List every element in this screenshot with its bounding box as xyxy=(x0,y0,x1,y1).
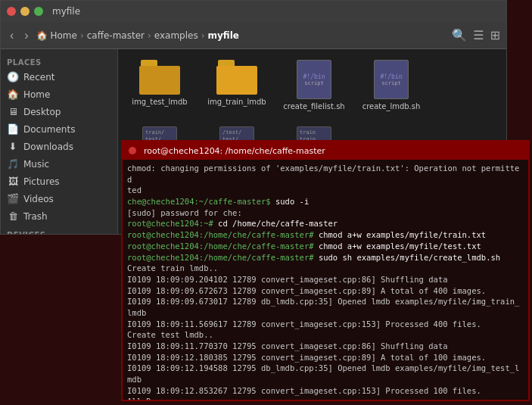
terminal-line: che@cheche1204:~/caffe-master$ sudo -i xyxy=(127,196,524,207)
terminal-line: I0109 18:09:12.853267 12795 convert_imag… xyxy=(127,385,524,397)
grid-icon[interactable]: ⊞ xyxy=(490,28,500,42)
sidebar-label-pictures: Pictures xyxy=(23,176,60,187)
close-button[interactable] xyxy=(7,7,16,16)
terminal-line: root@cheche1204:/home/che/caffe-master# … xyxy=(127,252,524,263)
sidebar-item-videos[interactable]: 🎬 Videos xyxy=(1,190,117,207)
folder-icon xyxy=(139,60,180,95)
terminal-line: [sudo] password for che: xyxy=(127,207,524,219)
documents-icon: 📄 xyxy=(7,123,19,135)
sidebar-label-recent: Recent xyxy=(23,72,54,83)
sh-file-icon: #!/bin script xyxy=(297,60,331,99)
devices-heading: Devices xyxy=(1,228,117,234)
toolbar-actions: 🔍 ☰ ⊞ xyxy=(452,28,500,42)
terminal-line: ted xyxy=(127,185,524,196)
sidebar-label-downloads: Downloads xyxy=(23,142,73,152)
home-icon: 🏠 xyxy=(7,89,19,100)
terminal-line: I0109 18:09:09.673017 12789 db_lmdb.cpp:… xyxy=(127,296,524,318)
sidebar-label-videos: Videos xyxy=(23,194,54,204)
places-heading: Places xyxy=(1,55,117,68)
file-item-create-lmdb[interactable]: #!/bin script create_lmdb.sh xyxy=(357,57,425,114)
sidebar-label-documents: Documents xyxy=(23,124,75,135)
breadcrumb-home[interactable]: 🏠 Home xyxy=(36,30,77,41)
file-name: img_test_lmdb xyxy=(132,98,187,107)
breadcrumb-examples[interactable]: examples xyxy=(154,30,198,41)
downloads-icon: ⬇ xyxy=(7,141,19,152)
sh-file-icon: #!/bin script xyxy=(374,60,409,99)
sidebar-label-trash: Trash xyxy=(23,211,48,222)
file-item-img-train-lmdb[interactable]: img_train_lmdb xyxy=(203,57,271,114)
terminal-body[interactable]: chmod: changing permissions of 'examples… xyxy=(123,160,528,400)
terminal-line: root@cheche1204:~# cd /home/che/caffe-ma… xyxy=(127,218,524,229)
terminal-line: root@cheche1204:/home/che/caffe-master# … xyxy=(127,241,524,252)
window-title: myfile xyxy=(52,6,80,17)
sidebar-item-music[interactable]: 🎵 Music xyxy=(1,155,117,173)
folder-icon xyxy=(216,60,257,95)
file-name: create_lmdb.sh xyxy=(362,102,421,111)
terminal-title: root@cheche1204: /home/che/caffe-master xyxy=(144,146,325,156)
sidebar-label-home: Home xyxy=(23,89,50,100)
terminal-line: root@cheche1204:/home/che/caffe-master# … xyxy=(127,229,524,241)
terminal-line: I0109 18:09:09.204102 12789 convert_imag… xyxy=(127,274,524,285)
terminal-line: Create test lmdb.. xyxy=(127,329,524,341)
sidebar-label-desktop: Desktop xyxy=(23,107,61,117)
breadcrumb-caffe[interactable]: caffe-master xyxy=(87,30,145,41)
sidebar-section-devices: Devices 💻 Computer xyxy=(1,228,117,234)
terminal-line: I0109 18:09:12.194588 12795 db_lmdb.cpp:… xyxy=(127,363,524,385)
sidebar-item-recent[interactable]: 🕐 Recent xyxy=(1,68,117,86)
file-item-img-test-lmdb[interactable]: img_test_lmdb xyxy=(126,57,194,114)
sidebar-item-downloads[interactable]: ⬇ Downloads xyxy=(1,138,117,155)
desktop-icon: 🖥 xyxy=(7,106,19,117)
trash-icon: 🗑 xyxy=(7,210,19,222)
sidebar: Places 🕐 Recent 🏠 Home 🖥 Desktop 📄 Docum… xyxy=(1,49,118,234)
nav-forward-button[interactable]: › xyxy=(21,27,31,44)
terminal-window: root@cheche1204: /home/che/caffe-master … xyxy=(121,140,530,401)
file-manager-titlebar: myfile xyxy=(1,1,506,22)
terminal-line: I0109 18:09:09.672673 12789 convert_imag… xyxy=(127,285,524,297)
sidebar-item-desktop[interactable]: 🖥 Desktop xyxy=(1,103,117,120)
minimize-button[interactable] xyxy=(20,7,30,16)
breadcrumb-current[interactable]: myfile xyxy=(208,30,239,41)
terminal-line: Create train lmdb.. xyxy=(127,263,524,274)
music-icon: 🎵 xyxy=(7,158,19,170)
breadcrumb: 🏠 Home › caffe-master › examples › myfil… xyxy=(36,30,448,41)
terminal-close-button[interactable] xyxy=(129,147,136,154)
terminal-line: I0109 18:09:11.569617 12789 convert_imag… xyxy=(127,319,524,330)
search-icon[interactable]: 🔍 xyxy=(452,28,467,42)
recent-icon: 🕐 xyxy=(7,71,19,83)
maximize-button[interactable] xyxy=(34,7,43,16)
file-name: img_train_lmdb xyxy=(207,98,266,107)
sidebar-item-documents[interactable]: 📄 Documents xyxy=(1,120,117,138)
sidebar-label-music: Music xyxy=(23,159,49,170)
file-item-create-filelist[interactable]: #!/bin script create_filelist.sh xyxy=(280,57,348,114)
sidebar-item-trash[interactable]: 🗑 Trash xyxy=(1,207,117,225)
terminal-titlebar: root@cheche1204: /home/che/caffe-master xyxy=(123,142,528,160)
nav-back-button[interactable]: ‹ xyxy=(7,27,17,44)
sidebar-item-pictures[interactable]: 🖼 Pictures xyxy=(1,173,117,190)
sidebar-item-home[interactable]: 🏠 Home xyxy=(1,86,117,103)
menu-icon[interactable]: ☰ xyxy=(473,28,484,42)
terminal-line: I0109 18:09:11.770370 12795 convert_imag… xyxy=(127,341,524,352)
terminal-line: chmod: changing permissions of 'examples… xyxy=(127,163,524,185)
sidebar-section-places: Places 🕐 Recent 🏠 Home 🖥 Desktop 📄 Docum… xyxy=(1,55,117,225)
terminal-line: I0109 18:09:12.180385 12795 convert_imag… xyxy=(127,352,524,363)
pictures-icon: 🖼 xyxy=(7,176,19,187)
toolbar: ‹ › 🏠 Home › caffe-master › examples › m… xyxy=(1,22,506,49)
videos-icon: 🎬 xyxy=(7,193,19,204)
file-name: create_filelist.sh xyxy=(283,102,344,111)
terminal-line: All Done.. xyxy=(127,396,524,400)
